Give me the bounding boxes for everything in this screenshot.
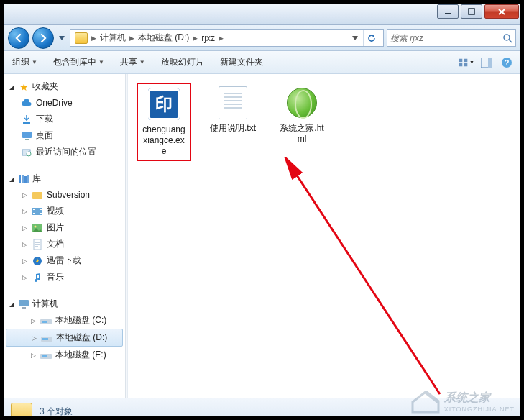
breadcrumb-dropdown[interactable]: [349, 30, 360, 46]
expand-icon[interactable]: ▷: [21, 241, 28, 248]
file-tile-txt[interactable]: 使用说明.txt: [206, 83, 260, 137]
tree-item-recent[interactable]: <>最近访问的位置: [4, 144, 125, 160]
navbar: ▶ 计算机 ▶ 本地磁盘 (D:) ▶ rjxz ▶: [4, 25, 520, 51]
svg-rect-12: [22, 132, 32, 138]
svg-rect-22: [33, 209, 35, 210]
explorer-body: ◢★收藏夹 OneDrive 下载 桌面 <>最近访问的位置 ◢库 ▷Subve…: [4, 74, 520, 398]
chevron-right-icon: ▶: [129, 35, 135, 42]
svg-rect-23: [33, 213, 35, 214]
tree-item-drive-c[interactable]: ▷本地磁盘 (C:): [4, 312, 125, 329]
download-icon: [21, 114, 32, 125]
include-in-library-menu[interactable]: 包含到库中▼: [50, 54, 107, 70]
tree-item-drive-e[interactable]: ▷本地磁盘 (E:): [4, 347, 125, 363]
svg-line-38: [290, 165, 440, 394]
computer-icon: [18, 298, 29, 310]
expand-icon[interactable]: ▷: [21, 208, 28, 215]
expand-icon[interactable]: ▷: [29, 352, 37, 359]
expand-icon[interactable]: ▷: [21, 274, 28, 281]
help-button[interactable]: ?: [499, 55, 515, 70]
txt-icon: [216, 86, 250, 120]
chevron-right-icon: ▶: [218, 35, 224, 42]
expand-icon[interactable]: ▷: [21, 224, 28, 232]
svg-rect-35: [42, 338, 48, 340]
slideshow-button[interactable]: 放映幻灯片: [158, 54, 207, 70]
svg-rect-31: [22, 307, 26, 309]
tree-item-subversion[interactable]: ▷Subversion: [4, 187, 125, 203]
drive-icon: [41, 332, 52, 344]
breadcrumb[interactable]: ▶ 计算机 ▶ 本地磁盘 (D:) ▶ rjxz ▶: [70, 29, 384, 47]
file-tile-exe[interactable]: 印 chenguangxiangce.exe: [137, 83, 191, 161]
share-menu[interactable]: 共享▼: [117, 54, 148, 70]
file-label: 使用说明.txt: [210, 123, 256, 134]
svg-rect-3: [459, 58, 462, 61]
search-box[interactable]: [387, 29, 516, 47]
tree-item-music[interactable]: ▷音乐: [4, 269, 125, 286]
tree-item-documents[interactable]: ▷文档: [4, 236, 125, 252]
expand-icon[interactable]: ▷: [30, 334, 37, 342]
tree-libraries[interactable]: ◢库: [4, 170, 125, 187]
svg-rect-19: [27, 175, 29, 183]
music-icon: [32, 272, 43, 283]
file-label: 系统之家.html: [277, 123, 326, 145]
svg-rect-33: [42, 321, 47, 323]
minimize-button[interactable]: [437, 4, 459, 19]
refresh-button[interactable]: [363, 30, 379, 46]
maximize-button[interactable]: [461, 4, 482, 19]
new-folder-button[interactable]: 新建文件夹: [217, 54, 266, 70]
svg-point-15: [27, 152, 31, 156]
svg-rect-16: [19, 175, 21, 183]
expand-icon[interactable]: ▷: [21, 257, 28, 265]
chevron-right-icon: ▶: [192, 35, 198, 42]
close-button[interactable]: [484, 4, 519, 19]
thunder-icon: [32, 255, 43, 267]
breadcrumb-seg-computer[interactable]: 计算机: [97, 30, 129, 46]
search-input[interactable]: [390, 33, 500, 43]
collapse-icon[interactable]: ◢: [8, 83, 15, 91]
tree-item-thunder[interactable]: ▷迅雷下载: [4, 252, 125, 269]
tree-item-onedrive[interactable]: OneDrive: [4, 95, 125, 111]
html-icon: [285, 86, 319, 120]
expand-icon[interactable]: ▷: [29, 317, 37, 324]
tree-item-drive-d[interactable]: ▷本地磁盘 (D:): [6, 329, 123, 347]
tree-favorites[interactable]: ◢★收藏夹: [4, 78, 125, 95]
svg-rect-17: [22, 175, 24, 183]
svg-point-27: [35, 225, 37, 227]
svg-rect-0: [445, 13, 451, 14]
nav-history-dropdown[interactable]: [57, 28, 67, 48]
navigation-pane[interactable]: ◢★收藏夹 OneDrive 下载 桌面 <>最近访问的位置 ◢库 ▷Subve…: [4, 74, 126, 398]
svg-rect-5: [459, 63, 462, 65]
library-icon: [18, 173, 29, 185]
window-buttons: [437, 4, 519, 19]
organize-menu[interactable]: 组织▼: [9, 54, 40, 70]
tree-item-pictures[interactable]: ▷图片: [4, 219, 125, 236]
nav-back-button[interactable]: [8, 27, 29, 49]
tree-item-downloads[interactable]: 下载: [4, 111, 125, 127]
svg-text:?: ?: [505, 58, 510, 67]
nav-forward-button[interactable]: [32, 27, 54, 49]
svg-rect-37: [42, 355, 47, 357]
breadcrumb-root-icon[interactable]: [72, 30, 91, 46]
annotation-arrow: [282, 157, 469, 401]
breadcrumb-seg-drive[interactable]: 本地磁盘 (D:): [135, 30, 192, 46]
tree-computer[interactable]: ◢计算机: [4, 296, 125, 312]
recent-icon: <>: [21, 147, 32, 158]
tree-item-videos[interactable]: ▷视频: [4, 203, 125, 219]
collapse-icon[interactable]: ◢: [8, 301, 15, 308]
picture-icon: [32, 222, 43, 234]
explorer-window: ▶ 计算机 ▶ 本地磁盘 (D:) ▶ rjxz ▶ 组织▼ 包含到库中▼ 共享…: [0, 0, 524, 420]
breadcrumb-seg-folder[interactable]: rjxz: [198, 30, 218, 46]
expand-icon[interactable]: ▷: [21, 191, 28, 198]
svg-rect-13: [25, 139, 29, 140]
tree-item-desktop[interactable]: 桌面: [4, 127, 125, 144]
file-label: chenguangxiangce.exe: [141, 124, 187, 157]
svg-rect-20: [32, 192, 42, 199]
file-tile-html[interactable]: 系统之家.html: [275, 83, 329, 147]
view-options-button[interactable]: ▼: [459, 55, 474, 70]
collapse-icon[interactable]: ◢: [8, 175, 15, 183]
toolbar: 组织▼ 包含到库中▼ 共享▼ 放映幻灯片 新建文件夹 ▼ ?: [4, 51, 520, 74]
preview-pane-button[interactable]: [479, 55, 495, 70]
file-list-pane[interactable]: 印 chenguangxiangce.exe 使用说明.txt 系统之家.htm…: [128, 74, 520, 398]
svg-rect-6: [464, 63, 467, 65]
video-icon: [32, 206, 43, 217]
exe-icon: 印: [147, 87, 181, 122]
